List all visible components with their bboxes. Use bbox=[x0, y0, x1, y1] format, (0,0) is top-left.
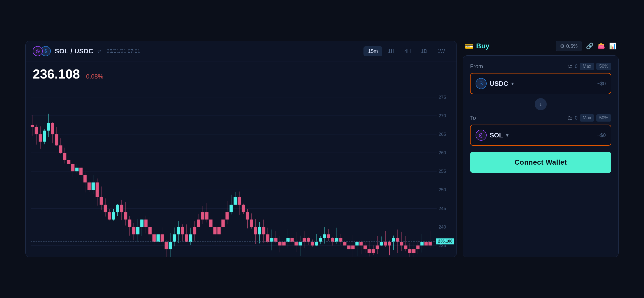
token-icons: ◎ $ bbox=[33, 46, 51, 56]
from-token-name: USDC bbox=[490, 80, 508, 88]
chart-body bbox=[26, 84, 456, 257]
arrow-down-icon: ↓ bbox=[539, 101, 542, 107]
from-token-selector[interactable]: $ USDC ▾ ~$0 bbox=[470, 73, 611, 94]
from-section-label: From 🗂 0 Max 50% bbox=[470, 63, 611, 70]
chart-timestamp: 25/01/21 07:01 bbox=[107, 48, 140, 54]
from-usd-value: ~$0 bbox=[597, 81, 606, 87]
to-label: To bbox=[470, 115, 476, 121]
link-button[interactable]: 🔗 bbox=[586, 43, 593, 50]
to-section-label: To 🗂 0 Max 50% bbox=[470, 114, 611, 122]
to-token-name: SOL bbox=[490, 131, 503, 139]
from-token-chevron: ▾ bbox=[511, 81, 514, 87]
to-50-button[interactable]: 50% bbox=[596, 114, 611, 122]
swap-panel: From 🗂 0 Max 50% $ USDC ▾ ~$0 bbox=[463, 55, 619, 257]
panel-header: 💳 Buy ⚙ 0.5% 🔗 👛 📊 bbox=[463, 41, 619, 55]
header-controls: ⚙ 0.5% 🔗 👛 📊 bbox=[556, 41, 617, 51]
wallet-icon-btn[interactable]: 👛 bbox=[597, 43, 605, 50]
tf-1h[interactable]: 1H bbox=[383, 46, 399, 56]
from-50-button[interactable]: 50% bbox=[596, 63, 611, 70]
timeframe-buttons: 15m 1H 4H 1D 1W bbox=[363, 46, 449, 56]
tf-1w[interactable]: 1W bbox=[433, 46, 449, 56]
candlestick-chart bbox=[28, 84, 454, 257]
to-balance: 0 bbox=[575, 115, 578, 121]
to-balance-controls: 🗂 0 Max 50% bbox=[567, 114, 611, 122]
usdc-token-icon: $ bbox=[476, 78, 487, 89]
price-change: -0.08% bbox=[84, 73, 103, 80]
bar-chart-btn[interactable]: 📊 bbox=[609, 43, 617, 50]
from-token-left: $ USDC ▾ bbox=[476, 78, 514, 89]
to-max-button[interactable]: Max bbox=[580, 114, 594, 122]
chart-price-area: 236.108 -0.08% bbox=[26, 61, 456, 84]
tf-15m[interactable]: 15m bbox=[363, 46, 382, 56]
to-token-chevron: ▾ bbox=[506, 132, 509, 138]
slippage-icon: ⚙ bbox=[560, 43, 565, 49]
wallet-bal-icon: 🗂 bbox=[567, 63, 573, 70]
sol-token-icon: ◎ bbox=[476, 130, 487, 141]
chart-header: ◎ $ SOL / USDC ⇌ 25/01/21 07:01 15m 1H 4… bbox=[26, 41, 456, 61]
swap-pair-icon[interactable]: ⇌ bbox=[97, 48, 102, 54]
tf-4h[interactable]: 4H bbox=[400, 46, 416, 56]
buy-label: 💳 Buy bbox=[465, 42, 489, 50]
to-token-selector[interactable]: ◎ SOL ▾ ~$0 bbox=[470, 125, 611, 146]
from-balance-controls: 🗂 0 Max 50% bbox=[567, 63, 611, 70]
to-usd-value: ~$0 bbox=[597, 132, 606, 138]
connect-wallet-button[interactable]: Connect Wallet bbox=[470, 152, 611, 173]
buy-text: Buy bbox=[476, 42, 489, 50]
from-balance: 0 bbox=[575, 63, 578, 69]
current-price: 236.108 bbox=[33, 67, 80, 81]
swap-arrow-container: ↓ bbox=[470, 98, 611, 110]
chart-panel: ◎ $ SOL / USDC ⇌ 25/01/21 07:01 15m 1H 4… bbox=[25, 41, 457, 257]
sol-icon: ◎ bbox=[33, 46, 43, 56]
slippage-value: 0.5% bbox=[566, 43, 578, 49]
trading-pair: SOL / USDC bbox=[55, 47, 93, 55]
slippage-badge[interactable]: ⚙ 0.5% bbox=[556, 41, 582, 51]
from-max-button[interactable]: Max bbox=[580, 63, 594, 70]
buy-card-icon: 💳 bbox=[465, 42, 474, 50]
wallet-to-icon: 🗂 bbox=[567, 115, 573, 121]
tf-1d[interactable]: 1D bbox=[416, 46, 432, 56]
swap-direction-button[interactable]: ↓ bbox=[535, 98, 547, 110]
to-token-left: ◎ SOL ▾ bbox=[476, 130, 509, 141]
from-label: From bbox=[470, 63, 483, 70]
right-panel: 💳 Buy ⚙ 0.5% 🔗 👛 📊 From 🗂 0 Max bbox=[463, 41, 619, 257]
